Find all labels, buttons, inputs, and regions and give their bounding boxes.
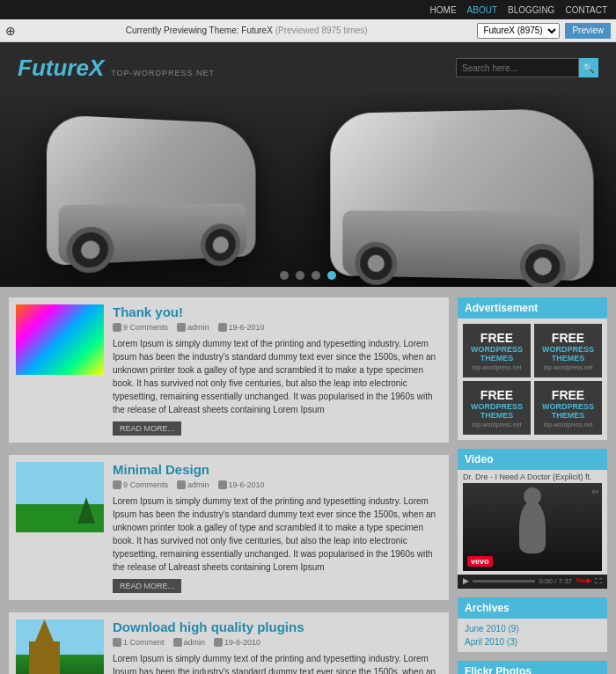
post-excerpt-3: Lorem Ipsum is simply dummy text of the … [113,652,442,674]
preview-bar: ⊕ Currently Previewing Theme: FutureX (P… [0,19,616,42]
post-date-1: 19-6-2010 [218,323,265,332]
archive-item-april[interactable]: April 2010 (3) [465,635,600,648]
comments-icon-2 [113,480,121,489]
video-thumbnail: vevo ⇦ [463,483,602,571]
ad-box-3[interactable]: FREE WORDPRESS THEMES top-wordpress.net [463,381,531,435]
post-content-3: Download high quality plugins 1 Comment … [113,619,442,674]
post-author-3: admin [173,638,206,647]
post-thumbnail-3 [16,619,104,674]
slider-dots [280,271,336,280]
post-content-2: Minimal Design 9 Comments admin 19-6- [113,462,442,593]
author-icon-3 [173,638,182,647]
site-logo: FutureX TOP-WORDPRESS.NET [18,55,215,82]
nav-blogging[interactable]: BLOGGING [508,5,554,15]
nav-home[interactable]: HOME [430,5,457,15]
site-header: FutureX TOP-WORDPRESS.NET 🔍 [0,42,616,93]
post-image-3 [16,619,104,674]
video-title-text: Dr. Dre - I Need A Doctor (Explicit) ft. [458,470,607,483]
hero-image [0,93,616,287]
fullscreen-button[interactable]: ⛶ [595,577,602,585]
sidebar: Advertisement FREE WORDPRESS THEMES top-… [458,297,607,674]
post-title-3[interactable]: Download high quality plugins [113,619,442,634]
read-more-1[interactable]: READ MORE... [113,421,181,436]
read-more-2[interactable]: READ MORE... [113,579,181,593]
post-comments-2: 9 Comments [113,480,168,489]
dot-2[interactable] [296,271,304,280]
post-date-3: 19-6-2010 [214,638,260,647]
preview-button[interactable]: Preview [565,23,611,39]
logo-text: FutureX [18,55,104,82]
post-excerpt-2: Lorem Ipsum is simply dummy text of the … [113,495,442,574]
car-right-image [330,108,593,281]
date-icon-3 [214,638,223,647]
post-excerpt-1: Lorem Ipsum is simply dummy text of the … [113,337,442,416]
author-icon-2 [177,480,186,489]
post-thumbnail-2 [16,462,104,532]
post-title-1[interactable]: Thank you! [113,304,442,319]
video-title-label: Video [458,449,607,470]
nav-contact[interactable]: CONTACT [565,5,607,15]
date-icon-1 [218,323,227,332]
post-card-minimal: Minimal Design 9 Comments admin 19-6- [9,455,449,600]
share-icon[interactable]: ⇦ [591,487,598,496]
video-time: 0:00 / 7:37 [539,577,572,585]
post-meta-1: 9 Comments admin 19-6-2010 [113,323,442,332]
ad-box-4[interactable]: FREE WORDPRESS THEMES top-wordpress.net [534,381,602,435]
hero-slider [0,93,616,287]
archives-title: Archives [458,597,607,619]
post-author-1: admin [177,323,209,332]
top-navigation: HOME ABOUT BLOGGING CONTACT [0,0,616,19]
video-controls: ▶ 0:00 / 7:37 You▶ ⛶ [458,575,607,589]
dot-4[interactable] [327,271,336,280]
dot-3[interactable] [312,271,320,280]
search-box: 🔍 [456,58,598,77]
flickr-title: Flickr Photos [458,661,607,674]
sidebar-video: Video Dr. Dre - I Need A Doctor (Explici… [458,449,607,589]
post-card-thankyou: Thank you! 9 Comments admin 19-6-2010 [9,297,449,443]
sidebar-ads: Advertisement FREE WORDPRESS THEMES top-… [458,297,607,440]
preview-icon: ⊕ [5,24,16,38]
ad-grid: FREE WORDPRESS THEMES top-wordpress.net … [458,319,607,440]
progress-bar[interactable] [473,580,535,582]
dot-1[interactable] [280,271,289,280]
logo-tagline: TOP-WORDPRESS.NET [111,69,215,77]
archive-list: June 2010 (9) April 2010 (3) [458,619,607,652]
sidebar-archives: Archives June 2010 (9) April 2010 (3) [458,597,607,652]
car-left-image [47,114,255,266]
theme-select[interactable]: FutureX (8975) [477,23,560,39]
post-author-2: admin [177,480,209,489]
post-image-2 [16,462,104,532]
post-date-2: 19-6-2010 [218,480,265,489]
ad-box-1[interactable]: FREE WORDPRESS THEMES top-wordpress.net [463,324,531,377]
post-meta-3: 1 Comment admin 19-6-2010 [113,638,442,647]
post-meta-2: 9 Comments admin 19-6-2010 [113,480,442,489]
search-button[interactable]: 🔍 [579,58,598,77]
post-title-2[interactable]: Minimal Design [113,462,442,477]
main-wrap: Thank you! 9 Comments admin 19-6-2010 [0,287,616,674]
post-image-1 [16,304,104,375]
content-area: Thank you! 9 Comments admin 19-6-2010 [0,290,616,674]
post-comments-3: 1 Comment [113,638,165,647]
play-button[interactable]: ▶ [463,576,469,585]
ad-box-2[interactable]: FREE WORDPRESS THEMES top-wordpress.net [534,324,602,377]
post-card-plugins: Download high quality plugins 1 Comment … [9,612,449,674]
comments-icon-1 [113,323,121,332]
person-silhouette [519,501,546,553]
ads-title: Advertisement [458,297,607,319]
comments-icon-3 [113,638,121,647]
post-content-1: Thank you! 9 Comments admin 19-6-2010 [113,304,442,436]
archive-item-june[interactable]: June 2010 (9) [465,622,600,635]
post-comments-1: 9 Comments [113,323,168,332]
date-icon-2 [218,480,227,489]
nav-about[interactable]: ABOUT [467,5,497,15]
author-icon-1 [177,323,186,332]
post-thumbnail-1 [16,304,104,375]
sidebar-flickr: Flickr Photos [458,661,607,674]
vevo-logo: vevo [467,556,493,567]
main-column: Thank you! 9 Comments admin 19-6-2010 [9,297,449,674]
video-player[interactable]: vevo ⇦ [463,483,602,571]
search-input[interactable] [456,58,579,77]
youtube-icon: You▶ [576,577,591,584]
preview-text: Currently Previewing Theme: FutureX (Pre… [21,26,472,35]
